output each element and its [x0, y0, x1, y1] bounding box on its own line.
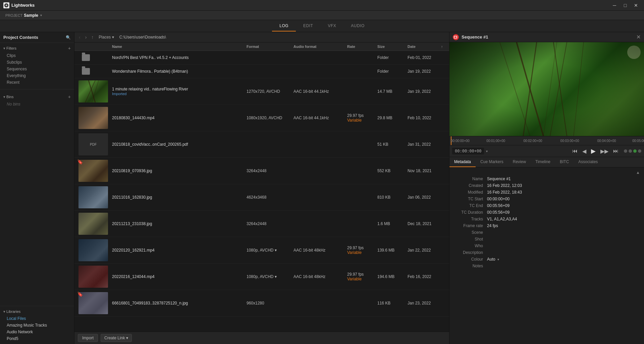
file-rate: [346, 57, 376, 58]
file-size: 139.6 MB: [376, 247, 406, 253]
tab-edit[interactable]: EDIT: [296, 21, 320, 31]
file-row[interactable]: 20220216_124044.mp4 1080p, AVCHD ▾ AAC 1…: [74, 264, 449, 290]
folder-icon: [82, 54, 90, 61]
file-row[interactable]: NordVPN Best VPN Fa.. v4.5.2 + Accounts …: [74, 51, 449, 65]
file-row[interactable]: 20211016_162830.jpg 4624x3468 810 KB Jan…: [74, 184, 449, 211]
colour-chevron[interactable]: ▾: [497, 258, 499, 261]
file-rate: [346, 71, 376, 72]
go-to-start-button[interactable]: ⏮: [571, 147, 579, 155]
bins-add-btn[interactable]: +: [68, 94, 71, 99]
file-format: [245, 57, 292, 58]
file-size: 14.7 MB: [376, 88, 406, 94]
maximize-button[interactable]: □: [621, 2, 630, 9]
file-row[interactable]: Wondershare Filmora.. Portable) (B4tman)…: [74, 65, 449, 78]
library-local-files[interactable]: Local Files: [0, 315, 74, 322]
tab-metadata[interactable]: Metadata: [449, 157, 476, 167]
libraries-title: Libraries: [3, 309, 20, 314]
file-row[interactable]: 20180830_144430.mp4 1080x1920, AVCHD AAC…: [74, 105, 449, 131]
ruler-marker-3: 00:03:00+00: [560, 139, 579, 143]
step-forward-button[interactable]: ▶▶: [599, 147, 610, 155]
tab-review[interactable]: Review: [508, 157, 531, 167]
file-format: 1270x720, AVCHD: [245, 88, 292, 94]
col-size[interactable]: Size: [376, 44, 406, 49]
project-name[interactable]: Sample: [24, 13, 38, 18]
file-name: 20210818_covidVacc..onCard_200265.pdf: [111, 141, 245, 147]
col-date[interactable]: Date: [406, 44, 440, 49]
col-name[interactable]: Name: [111, 44, 245, 49]
metadata-content: ▲ Name Sequence #1 Created 16 Feb 2022, …: [449, 167, 644, 344]
file-audio: [292, 223, 346, 224]
tab-cue-markers[interactable]: Cue Markers: [476, 157, 508, 167]
close-button[interactable]: ✕: [631, 2, 641, 9]
create-link-chevron: ▾: [126, 336, 128, 340]
nav-item-clips[interactable]: Clips: [0, 52, 74, 59]
tab-vfx[interactable]: VFX: [320, 21, 343, 31]
library-audio-network[interactable]: Audio Network: [0, 329, 74, 335]
project-chevron[interactable]: ▾: [40, 13, 42, 17]
meta-row-created: Created 16 Feb 2022, 12:03: [449, 182, 644, 189]
bins-header[interactable]: Bins +: [0, 93, 74, 101]
file-format: [245, 144, 292, 145]
filters-add-btn[interactable]: +: [68, 46, 71, 51]
preview-close-button[interactable]: ✕: [636, 34, 641, 40]
libraries-header[interactable]: Libraries: [0, 308, 74, 315]
minimize-button[interactable]: ─: [610, 2, 619, 9]
tab-log[interactable]: LOG: [272, 21, 296, 31]
file-audio: [292, 71, 346, 72]
places-button[interactable]: Places ▾: [97, 34, 116, 40]
file-date: Feb 16, 2022: [406, 274, 440, 280]
bins-section: Bins + No bins: [0, 91, 74, 109]
create-link-button[interactable]: Create Link ▾: [101, 334, 132, 342]
collapse-button[interactable]: ▲: [636, 170, 640, 175]
meta-value-created: 16 Feb 2022, 12:03: [487, 183, 640, 188]
nav-item-subclips[interactable]: Subclips: [0, 59, 74, 66]
meta-value-colour[interactable]: Auto ▾: [487, 257, 640, 262]
file-rate: [346, 302, 376, 304]
nav-back-button[interactable]: ‹: [77, 34, 82, 41]
browser-footer: Import Create Link ▾: [74, 332, 449, 344]
nav-item-everything[interactable]: Everything: [0, 72, 74, 79]
file-row[interactable]: PDF 20210818_covidVacc..onCard_200265.pd…: [74, 131, 449, 158]
go-to-end-button[interactable]: ⏭: [612, 147, 620, 155]
file-row[interactable]: 🔖 66616801_70499183..32878725120_n.jpg 9…: [74, 290, 449, 317]
tab-audio[interactable]: AUDIO: [343, 21, 372, 31]
filters-header[interactable]: Filters +: [0, 44, 74, 52]
step-back-button[interactable]: ◀: [581, 147, 588, 155]
project-contents-title: Project Contents: [3, 35, 38, 40]
col-rate[interactable]: Rate: [346, 44, 376, 49]
search-icon[interactable]: 🔍: [66, 35, 71, 40]
app-name: Lightworks: [11, 3, 35, 8]
meta-row-tc-start: TC Start 00:00:00+00: [449, 196, 644, 202]
file-table-header: Name Format Audio format Rate Size Date …: [74, 43, 449, 51]
nav-forward-button[interactable]: ›: [84, 34, 89, 41]
file-row[interactable]: 20211213_231038.jpg 3264x2448 1.6 MB Dec…: [74, 211, 449, 237]
meta-label-tc-end: TC End: [453, 203, 487, 208]
tab-associates[interactable]: Associates: [574, 157, 602, 167]
import-button[interactable]: Import: [78, 334, 98, 342]
col-audio-format[interactable]: Audio format: [292, 44, 346, 49]
thumb-cell: 🔖: [77, 158, 111, 183]
library-pond5[interactable]: Pond5: [0, 335, 74, 342]
timecode-arrow[interactable]: ▾: [486, 149, 488, 153]
metadata-tabs: Metadata Cue Markers Review Timeline BIT…: [449, 157, 644, 167]
file-row[interactable]: 20220120_162921.mp4 1080p, AVCHD ▾ AAC 1…: [74, 237, 449, 264]
library-amazing-music-tracks[interactable]: Amazing Music Tracks: [0, 322, 74, 329]
menu-bar: PROJECT Sample ▾: [0, 11, 644, 20]
meta-value-name: Sequence #1: [487, 177, 640, 181]
col-format[interactable]: Format: [245, 44, 292, 49]
file-thumbnail: [78, 266, 108, 288]
file-name: 20180830_144430.mp4: [111, 115, 245, 121]
file-name: 20220120_162921.mp4: [111, 247, 245, 253]
play-button[interactable]: ▶: [590, 147, 597, 155]
nav-item-sequences[interactable]: Sequences: [0, 66, 74, 72]
meta-row-tc-end: TC End 00:05:56+09: [449, 202, 644, 209]
tab-timeline[interactable]: Timeline: [531, 157, 555, 167]
thumb-cell: 🔖: [77, 291, 111, 316]
file-row[interactable]: 1 minute relaxing vid.. natureFlowing Ri…: [74, 78, 449, 105]
meta-value-tc-end: 00:05:56+09: [487, 203, 640, 208]
tab-bitc[interactable]: BITC: [555, 157, 574, 167]
nav-item-recent[interactable]: Recent: [0, 79, 74, 86]
nav-up-button[interactable]: ↑: [90, 34, 95, 41]
file-audio: [292, 170, 346, 171]
file-row[interactable]: 🔖 20210819_070936.jpg 3264x2448 552 KB N…: [74, 158, 449, 184]
